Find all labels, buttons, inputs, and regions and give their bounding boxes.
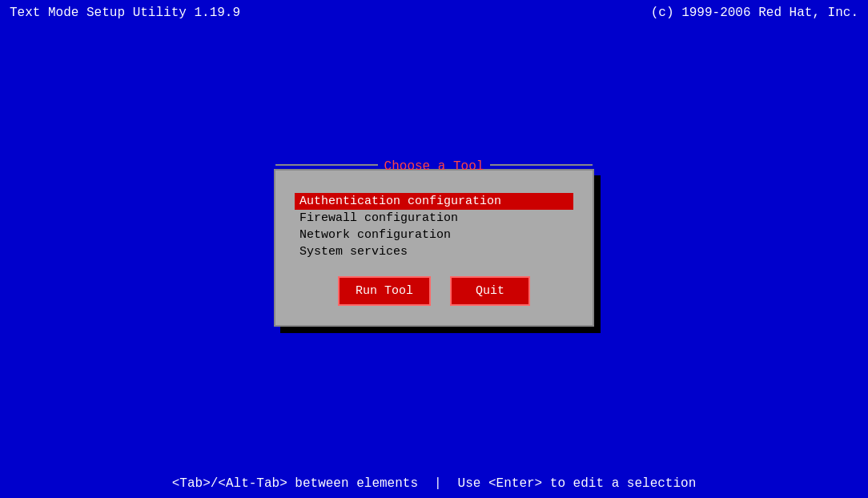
header-bar: Text Mode Setup Utility 1.19.9 (c) 1999-… xyxy=(0,0,868,26)
app-title-right: (c) 1999-2006 Red Hat, Inc. xyxy=(651,6,858,20)
menu-item-3[interactable]: System services xyxy=(295,243,573,260)
dialog: Choose a Tool Authentication configurati… xyxy=(274,169,594,327)
app-title-left: Text Mode Setup Utility 1.19.9 xyxy=(10,6,240,20)
dialog-title: Choose a Tool xyxy=(378,159,491,174)
menu-item-2[interactable]: Network configuration xyxy=(295,227,573,243)
menu-item-0[interactable]: Authentication configuration xyxy=(295,193,573,210)
button-wrapper-run-tool: Run Tool xyxy=(338,276,431,306)
footer-bar: <Tab>/<Alt-Tab> between elements | Use <… xyxy=(0,469,868,498)
button-row: Run ToolQuit xyxy=(295,276,573,306)
footer-separator: | xyxy=(434,476,442,491)
footer-hint-right: Use <Enter> to edit a selection xyxy=(458,476,697,491)
dialog-title-line-left xyxy=(275,164,378,166)
dialog-title-bar: Choose a Tool xyxy=(275,159,593,174)
button-wrapper-quit: Quit xyxy=(450,276,530,306)
run-tool-button[interactable]: Run Tool xyxy=(338,276,431,306)
quit-button[interactable]: Quit xyxy=(450,276,530,306)
menu-item-1[interactable]: Firewall configuration xyxy=(295,210,573,227)
menu-list: Authentication configurationFirewall con… xyxy=(295,193,573,260)
dialog-title-line-right xyxy=(490,164,593,166)
footer-hint-left: <Tab>/<Alt-Tab> between elements xyxy=(172,476,418,491)
main-area: Choose a Tool Authentication configurati… xyxy=(0,26,868,469)
